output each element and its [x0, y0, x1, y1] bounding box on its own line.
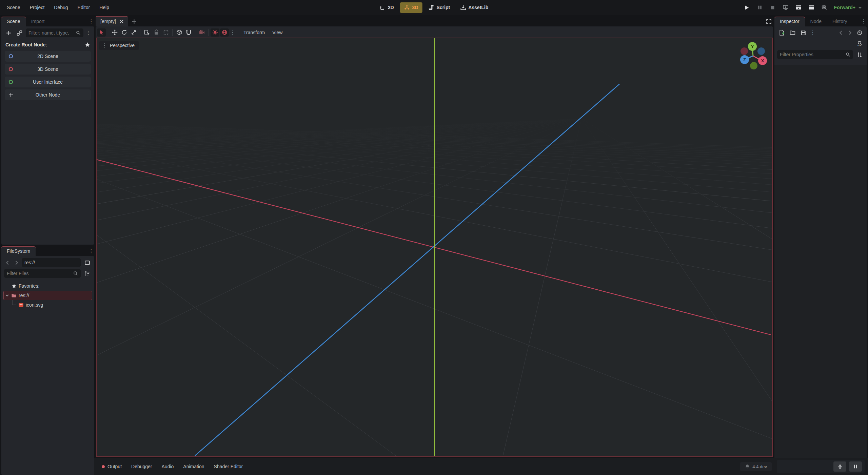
scale-mode-button[interactable] [129, 28, 138, 37]
fs-path-input[interactable]: res:// [22, 258, 81, 267]
scene-dock-menu-icon[interactable]: ⋮ [88, 18, 94, 26]
menu-debug[interactable]: Debug [49, 3, 73, 12]
plus-icon [6, 30, 12, 36]
menu-editor[interactable]: Editor [73, 3, 95, 12]
rotate-mode-button[interactable] [120, 28, 129, 37]
create-other-node-button[interactable]: Other Node [5, 89, 91, 100]
new-resource-button[interactable] [777, 28, 786, 37]
favorites-star-icon[interactable] [85, 42, 90, 47]
move-mode-button[interactable] [110, 28, 119, 37]
fs-filter-input[interactable]: Filter Files [4, 269, 81, 278]
tab-script-editor[interactable]: Script [425, 2, 454, 13]
view-menu[interactable]: View [269, 28, 286, 37]
camera-icon [199, 29, 205, 35]
run-specific-scene-button[interactable] [806, 2, 817, 13]
close-icon[interactable] [119, 19, 124, 24]
toggle-environment-button[interactable] [220, 28, 229, 37]
movie-maker-button[interactable] [818, 2, 830, 13]
axis-gizmo[interactable]: Y X Z [737, 39, 771, 73]
expand-viewport-button[interactable] [764, 17, 773, 25]
tab-assetlib[interactable]: AssetLib [456, 2, 492, 13]
edit-history-button[interactable] [855, 28, 864, 37]
search-icon [76, 30, 81, 35]
pause-button[interactable] [754, 2, 766, 13]
scene-dock: Scene Import ⋮ Filter: name, t:type, ⋮ C… [1, 16, 94, 245]
gizmo-neg-y[interactable] [750, 62, 757, 69]
preview-camera-button[interactable] [197, 28, 206, 37]
output-panel-button[interactable]: Output [98, 461, 126, 472]
godot-file-icon [18, 302, 24, 308]
bottom-right-controls [777, 460, 865, 473]
save-resource-button[interactable] [799, 28, 808, 37]
add-node-button[interactable] [4, 29, 13, 37]
pause-bars-button[interactable] [849, 461, 862, 472]
menu-scene[interactable]: Scene [2, 3, 25, 12]
inspector-tools-button[interactable] [855, 50, 864, 59]
history-back-button[interactable] [837, 28, 844, 37]
load-resource-button[interactable] [788, 28, 797, 37]
microphone-button[interactable] [833, 461, 846, 472]
tab-node[interactable]: Node [805, 17, 827, 26]
history-forward-button[interactable] [846, 28, 853, 37]
3d-icon [404, 5, 410, 11]
tab-inspector[interactable]: Inspector [774, 17, 805, 26]
inspector-dock-menu-icon[interactable]: ⋮ [861, 18, 867, 26]
toggle-sun-button[interactable] [211, 28, 219, 37]
tab-filesystem-dock[interactable]: FileSystem [1, 246, 36, 256]
microphone-icon [837, 464, 843, 469]
version-info[interactable]: 4.4.dev [740, 462, 772, 471]
create-ui-scene-button[interactable]: User Interface [5, 77, 91, 87]
create-3d-scene-button[interactable]: 3D Scene [5, 64, 91, 75]
fs-forward-button[interactable] [13, 259, 20, 267]
tab-history[interactable]: History [827, 17, 853, 26]
fs-back-button[interactable] [4, 259, 11, 267]
gizmo-neg-x[interactable] [741, 47, 748, 55]
debugger-panel-button[interactable]: Debugger [127, 461, 156, 472]
film-reel-search-icon [822, 5, 827, 10]
tab-3d-editor[interactable]: 3D [400, 2, 422, 13]
run-current-scene-button[interactable] [793, 2, 804, 13]
fs-file-item[interactable]: icon.svg [3, 300, 92, 310]
fs-favorites-item[interactable]: Favorites: [3, 281, 92, 291]
list-select-button[interactable] [142, 28, 151, 37]
tab-2d-editor[interactable]: 2D [376, 2, 398, 13]
tab-import-dock[interactable]: Import [26, 17, 50, 26]
fs-split-mode-button[interactable] [83, 259, 92, 267]
remote-debug-button[interactable] [780, 2, 791, 13]
scene-tab-empty[interactable]: [empty] [96, 16, 128, 26]
play-button[interactable] [741, 2, 753, 13]
renderer-selector[interactable]: Forward+ [831, 5, 865, 10]
scene-filter-input[interactable]: Filter: name, t:type, [26, 28, 83, 37]
tab-2d-label: 2D [388, 5, 394, 10]
move-icon [112, 29, 118, 35]
bell-icon [745, 464, 750, 469]
instance-scene-button[interactable] [15, 29, 24, 37]
menu-help[interactable]: Help [95, 3, 114, 12]
inspector-filter-input[interactable]: Filter Properties [777, 50, 853, 59]
animation-panel-button[interactable]: Animation [179, 461, 208, 472]
menu-project[interactable]: Project [25, 3, 50, 12]
fs-root-item[interactable]: res:// [3, 291, 92, 300]
fs-sort-button[interactable] [83, 269, 92, 277]
snap-object-button[interactable] [175, 28, 183, 37]
audio-panel-button[interactable]: Audio [158, 461, 178, 472]
filesystem-dock-menu-icon[interactable]: ⋮ [88, 248, 94, 256]
view-mode-selector[interactable]: ⋮ Perspective [99, 41, 139, 50]
stop-button[interactable] [767, 2, 778, 13]
search-docs-button[interactable]: DOC [855, 39, 864, 47]
use-snap-button[interactable] [184, 28, 193, 37]
shader-editor-panel-button[interactable]: Shader Editor [210, 461, 247, 472]
group-selected-button[interactable] [161, 28, 170, 37]
new-scene-tab-button[interactable] [130, 17, 139, 25]
sun-env-menu-icon[interactable]: ⋮ [230, 29, 236, 36]
output-status-dot [102, 465, 105, 468]
transform-menu[interactable]: Transform [240, 28, 268, 37]
lock-selected-button[interactable] [152, 28, 161, 37]
tab-scene-dock[interactable]: Scene [1, 17, 26, 26]
create-2d-scene-button[interactable]: 2D Scene [5, 51, 91, 62]
scene-extra-menu-icon[interactable]: ⋮ [85, 30, 92, 36]
gizmo-neg-z[interactable] [757, 47, 765, 55]
viewport-3d[interactable]: ⋮ Perspective Y X Z [96, 38, 773, 457]
resource-extra-menu-icon[interactable]: ⋮ [810, 29, 816, 36]
select-mode-button[interactable] [97, 28, 106, 37]
